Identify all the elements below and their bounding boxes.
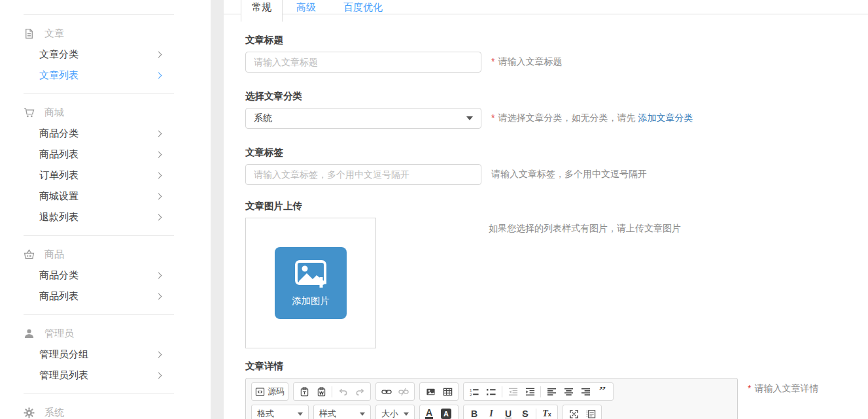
editor-toolbar-row2: 格式 样式 大小 A	[251, 405, 732, 419]
link-icon	[381, 387, 392, 397]
sidebar-section-label: 商品	[44, 248, 64, 261]
main-content: 常规 高级 百度优化 文章标题 *请输入文章标题 选择文章分类 系统 *请选择文…	[224, 0, 868, 419]
category-select[interactable]: 系统	[245, 108, 481, 129]
outdent-button[interactable]	[504, 384, 521, 399]
strikethrough-icon: S	[522, 409, 528, 419]
sidebar-section-system[interactable]: 系统	[0, 402, 211, 419]
unordered-list-icon	[486, 387, 496, 397]
sidebar-item-refund-list[interactable]: 退款列表	[0, 207, 211, 227]
background-color-button[interactable]: A	[439, 406, 456, 419]
sidebar-item-product-category[interactable]: 商品分类	[0, 265, 211, 286]
image-upload-dropzone[interactable]: 添加图片	[245, 218, 376, 348]
sidebar-section-admin[interactable]: 管理员	[0, 323, 211, 344]
form-group-tags: 文章标签 请输入文章标签，多个用中文逗号隔开	[245, 146, 868, 185]
paste-text-button[interactable]	[296, 384, 313, 399]
insert-image-button[interactable]	[422, 384, 439, 399]
tab-baidu-seo[interactable]: 百度优化	[330, 0, 396, 22]
strikethrough-button[interactable]: S	[517, 406, 534, 419]
source-icon	[255, 387, 265, 397]
size-select[interactable]: 大小	[375, 405, 415, 419]
tags-hint: 请输入文章标签，多个用中文逗号隔开	[491, 169, 647, 180]
editor-toolbar-row1: 源码	[251, 382, 732, 401]
tab-general[interactable]: 常规	[241, 0, 283, 22]
sidebar-section-label: 商城	[44, 107, 64, 119]
align-right-button[interactable]	[577, 384, 594, 399]
sidebar-item-goods-list[interactable]: 商品列表	[0, 144, 211, 165]
file-icon	[24, 28, 35, 39]
sidebar-item-order-list[interactable]: 订单列表	[0, 165, 211, 186]
content-hint: *请输入文章详情	[748, 383, 818, 395]
category-hint: *请选择文章分类，如无分类，请先添加文章分类	[491, 112, 693, 124]
align-center-icon	[564, 387, 574, 397]
unlink-icon	[398, 387, 409, 397]
chevron-right-icon	[156, 272, 162, 278]
form-group-title: 文章标题 *请输入文章标题	[245, 34, 868, 73]
indent-button[interactable]	[521, 384, 538, 399]
paste-text-icon	[300, 387, 309, 397]
align-center-button[interactable]	[560, 384, 577, 399]
underline-button[interactable]: U	[500, 406, 517, 419]
maximize-button[interactable]	[565, 406, 582, 419]
blockquote-icon: ”	[599, 387, 606, 396]
sidebar-section-mall[interactable]: 商城	[0, 102, 211, 123]
blockquote-button[interactable]: ”	[594, 384, 611, 399]
chevron-right-icon	[156, 72, 162, 78]
sidebar-section-article[interactable]: 文章	[0, 23, 211, 44]
title-input[interactable]	[245, 52, 481, 73]
paste-word-button[interactable]	[313, 384, 330, 399]
tags-input[interactable]	[245, 164, 481, 185]
title-hint: *请输入文章标题	[491, 56, 562, 68]
caret-down-icon	[466, 116, 473, 120]
show-blocks-button[interactable]	[582, 406, 599, 419]
chevron-right-icon	[156, 193, 162, 199]
bold-button[interactable]: B	[466, 406, 483, 419]
bold-icon: B	[471, 409, 477, 419]
insert-table-button[interactable]	[439, 384, 456, 399]
align-right-icon	[581, 387, 591, 397]
sidebar-item-admin-list[interactable]: 管理员列表	[0, 365, 211, 386]
align-left-button[interactable]	[543, 384, 560, 399]
caret-down-icon	[360, 412, 365, 416]
background-color-icon: A	[441, 409, 451, 419]
sidebar-item-admin-group[interactable]: 管理员分组	[0, 344, 211, 365]
link-button[interactable]	[378, 384, 395, 399]
sidebar-item-mall-settings[interactable]: 商城设置	[0, 186, 211, 207]
add-image-label: 添加图片	[292, 295, 330, 307]
format-select[interactable]: 格式	[251, 405, 309, 419]
sidebar-section-product[interactable]: 商品	[0, 244, 211, 265]
tab-advanced[interactable]: 高级	[283, 0, 330, 22]
form-group-image: 文章图片上传 添加图片 如果您选择的列表样式有图片，请上传文章图片	[245, 200, 868, 348]
add-image-button[interactable]: 添加图片	[275, 247, 347, 319]
redo-icon	[355, 387, 365, 397]
sidebar-item-article-list[interactable]: 文章列表	[0, 65, 211, 86]
cart-icon	[24, 107, 35, 118]
source-button[interactable]: 源码	[254, 384, 286, 399]
image-hint: 如果您选择的列表样式有图片，请上传文章图片	[489, 223, 681, 235]
user-icon	[24, 328, 35, 339]
outdent-icon	[508, 387, 518, 397]
style-select[interactable]: 样式	[313, 405, 371, 419]
category-select-value: 系统	[254, 112, 272, 124]
text-color-button[interactable]: A	[422, 406, 439, 419]
undo-button[interactable]	[334, 384, 351, 399]
image-label: 文章图片上传	[245, 200, 868, 212]
underline-icon: U	[505, 409, 512, 419]
ordered-list-button[interactable]: 1 2	[466, 384, 483, 399]
remove-format-button[interactable]: Tx	[538, 406, 555, 419]
svg-text:2: 2	[470, 392, 472, 396]
chevron-right-icon	[156, 351, 162, 358]
tab-bar: 常规 高级 百度优化	[224, 0, 868, 22]
indent-icon	[525, 387, 535, 397]
add-article-category-link[interactable]: 添加文章分类	[638, 112, 693, 123]
italic-button[interactable]: I	[483, 406, 500, 419]
sidebar-item-article-category[interactable]: 文章分类	[0, 44, 211, 65]
caret-down-icon	[298, 412, 303, 416]
redo-button[interactable]	[351, 384, 368, 399]
form-group-content: 文章详情 源码	[245, 360, 868, 419]
maximize-icon	[569, 409, 579, 419]
sidebar-item-product-list[interactable]: 商品列表	[0, 286, 211, 307]
sidebar-item-goods-category[interactable]: 商品分类	[0, 123, 211, 144]
unlink-button[interactable]	[395, 384, 412, 399]
unordered-list-button[interactable]	[483, 384, 500, 399]
chevron-right-icon	[156, 151, 162, 158]
